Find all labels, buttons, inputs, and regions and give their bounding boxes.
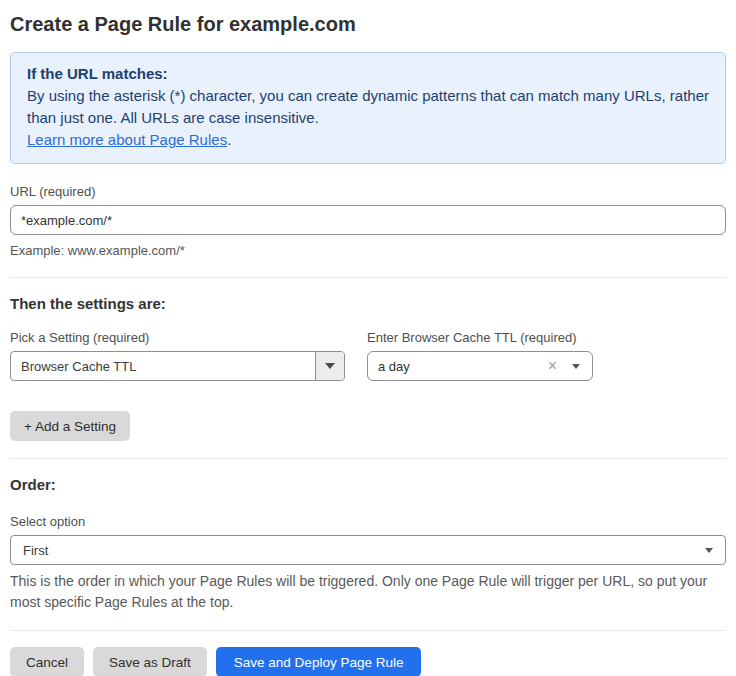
page-title: Create a Page Rule for example.com (10, 10, 726, 38)
divider (10, 630, 726, 631)
pick-setting-select[interactable]: Browser Cache TTL (10, 351, 345, 381)
url-match-info-banner: If the URL matches: By using the asteris… (10, 52, 726, 164)
save-draft-button[interactable]: Save as Draft (93, 647, 207, 676)
link-suffix: . (227, 131, 231, 148)
chevron-down-icon (572, 364, 580, 369)
divider (10, 458, 726, 459)
pick-setting-value: Browser Cache TTL (11, 359, 136, 374)
order-select-value: First (23, 543, 48, 558)
settings-section-heading: Then the settings are: (10, 294, 726, 313)
save-deploy-button[interactable]: Save and Deploy Page Rule (216, 647, 422, 676)
order-select-label: Select option (10, 514, 726, 529)
order-section-heading: Order: (10, 475, 726, 494)
order-select[interactable]: First (10, 535, 726, 565)
learn-more-link[interactable]: Learn more about Page Rules (27, 131, 227, 148)
order-help-text: This is the order in which your Page Rul… (10, 571, 726, 613)
clear-icon[interactable]: × (548, 358, 557, 374)
info-banner-link-line: Learn more about Page Rules. (27, 129, 709, 151)
settings-row: Pick a Setting (required) Browser Cache … (10, 330, 726, 381)
pick-setting-column: Pick a Setting (required) Browser Cache … (10, 330, 345, 381)
url-field-label: URL (required) (10, 184, 726, 199)
ttl-value: a day (378, 359, 410, 374)
select-arrow-well (315, 352, 344, 380)
add-setting-button[interactable]: + Add a Setting (10, 411, 130, 441)
divider (10, 277, 726, 278)
chevron-down-icon (325, 363, 335, 369)
cancel-button[interactable]: Cancel (10, 647, 84, 676)
info-banner-body: By using the asterisk (*) character, you… (27, 85, 709, 129)
ttl-column: Enter Browser Cache TTL (required) a day… (367, 330, 593, 381)
url-example-text: Example: www.example.com/* (10, 242, 726, 260)
ttl-combobox[interactable]: a day × (367, 351, 593, 381)
form-actions: Cancel Save as Draft Save and Deploy Pag… (10, 647, 726, 676)
ttl-field-label: Enter Browser Cache TTL (required) (367, 330, 593, 345)
url-input[interactable] (10, 205, 726, 235)
chevron-down-icon (705, 548, 713, 553)
create-page-rule-form: Create a Page Rule for example.com If th… (0, 0, 736, 676)
pick-setting-label: Pick a Setting (required) (10, 330, 345, 345)
info-banner-heading: If the URL matches: (27, 63, 709, 85)
